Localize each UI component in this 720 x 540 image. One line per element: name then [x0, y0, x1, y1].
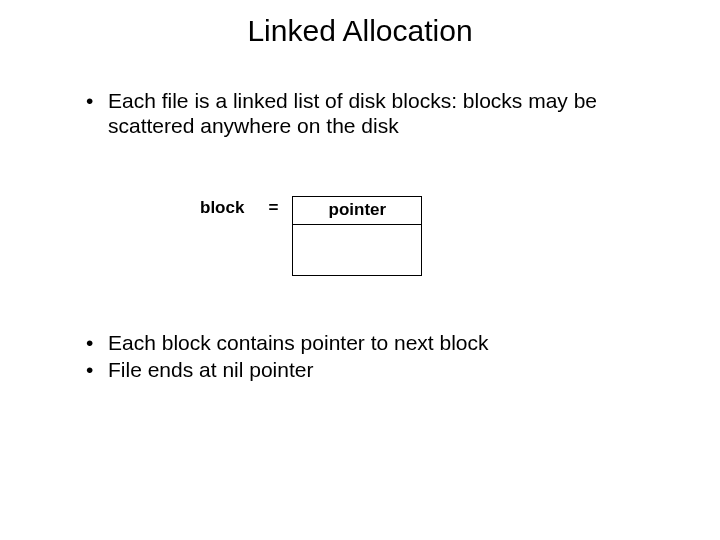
list-item: Each file is a linked list of disk block… [80, 88, 660, 138]
slide-title: Linked Allocation [0, 14, 720, 48]
list-item: Each block contains pointer to next bloc… [80, 330, 660, 355]
block-diagram: block = pointer [200, 196, 422, 276]
block-label: block [200, 198, 244, 218]
equals-sign: = [268, 198, 278, 218]
pointer-cell: pointer [293, 197, 421, 225]
data-cell [293, 225, 421, 275]
top-bullet-list: Each file is a linked list of disk block… [80, 88, 660, 140]
slide: Linked Allocation Each file is a linked … [0, 0, 720, 540]
list-item: File ends at nil pointer [80, 357, 660, 382]
block-box: pointer [292, 196, 422, 276]
bottom-bullet-list: Each block contains pointer to next bloc… [80, 330, 660, 384]
